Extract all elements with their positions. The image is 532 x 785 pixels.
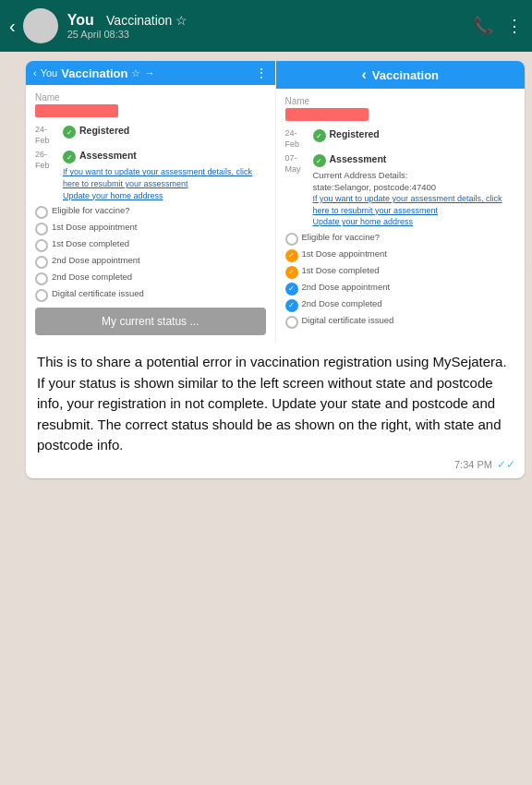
left-assess-date: 26-Feb — [35, 150, 59, 201]
left-2dose-done-label: 2nd Dose completed — [52, 272, 132, 283]
left-assess-icon: ✓ — [63, 151, 76, 163]
left-assess-label: Assessment — [79, 150, 137, 163]
left-2dose-done: 2nd Dose completed — [35, 272, 266, 285]
left-name-redacted — [35, 104, 118, 117]
right-1dose-appt-label: 1st Dose appointment — [302, 248, 387, 260]
left-1dose-appt-icon — [35, 223, 48, 236]
left-assess-link[interactable]: If you want to update your assessment de… — [63, 166, 266, 201]
left-2dose-appt-label: 2nd Dose appointment — [52, 255, 140, 266]
back-icon[interactable]: ‹ — [9, 16, 16, 37]
right-1dose-done-label: 1st Dose completed — [302, 265, 380, 276]
left-2dose-appt: 2nd Dose appointment — [35, 255, 266, 269]
left-eligible-icon — [35, 206, 48, 219]
left-1dose-appt: 1st Dose appointment — [35, 222, 266, 236]
menu-icon[interactable]: ⋮ — [506, 16, 523, 36]
right-panel-header: ‹ Vaccination — [276, 61, 526, 89]
right-reg-label: Registered — [330, 128, 380, 141]
dots-icon[interactable]: ⋮ — [255, 66, 268, 80]
right-assess-label: Assessment — [330, 153, 387, 166]
vaccination-panels: ‹ You Vaccination ☆ → ⋮ Name — [26, 61, 525, 343]
message-text-area: This is to share a potential error in va… — [26, 343, 525, 478]
right-1dose-done: ✓ 1st Dose completed — [285, 265, 516, 279]
chat-info: You Vaccination ☆ 25 April 08:33 — [67, 12, 473, 40]
right-title: Vaccination — [372, 68, 439, 82]
left-cert-icon — [35, 289, 48, 302]
right-assess-icon: ✓ — [313, 154, 326, 167]
left-panel-header: ‹ You Vaccination ☆ → ⋮ — [26, 61, 275, 85]
right-panel: ‹ Vaccination Name 24-Feb ✓ Registered — [276, 61, 526, 343]
left-2dose-done-icon — [35, 272, 48, 285]
message-timestamp: 7:34 PM ✓✓ — [454, 456, 515, 473]
right-1dose-done-icon: ✓ — [285, 266, 298, 279]
avatar — [23, 8, 58, 43]
right-registered-row: 24-Feb ✓ Registered — [285, 128, 516, 150]
left-1dose-done-label: 1st Dose completed — [52, 238, 129, 249]
left-2dose-appt-icon — [35, 256, 48, 269]
message-text: This is to share a potential error in va… — [37, 354, 507, 453]
right-assessment-row: 07-May ✓ Assessment Current Address Deta… — [285, 153, 516, 227]
right-name-label: Name — [285, 96, 516, 106]
right-cert: Digital certificate issued — [285, 315, 516, 329]
right-1dose-appt: ✓ 1st Dose appointment — [285, 248, 516, 262]
right-assess-link[interactable]: If you want to update your assessment de… — [313, 193, 516, 228]
right-assess-date: 07-May — [285, 153, 309, 227]
left-cert: Digital certificate issued — [35, 288, 266, 302]
right-2dose-done-icon: ✓ — [285, 299, 298, 312]
right-reg-icon: ✓ — [313, 129, 326, 142]
right-eligible-label: Eligible for vaccine? — [302, 232, 381, 243]
left-back-icon[interactable]: ‹ — [33, 67, 37, 78]
right-reg-date: 24-Feb — [285, 128, 309, 150]
current-status-button[interactable]: My current status ... — [35, 308, 266, 335]
call-icon[interactable]: 📞 — [473, 16, 493, 36]
right-name-redacted — [285, 108, 369, 121]
arrow-icon: → — [144, 67, 154, 78]
right-address-sub: Current Address Details:state:Selangor, … — [313, 170, 516, 193]
chat-timestamp: 25 April 08:33 — [67, 29, 473, 40]
left-assessment-row: 26-Feb ✓ Assessment If you want to updat… — [35, 150, 266, 201]
left-eligible: Eligible for vaccine? — [35, 205, 266, 219]
chat-header: ‹ You Vaccination ☆ 25 April 08:33 📞 ⋮ — [0, 0, 532, 52]
left-title: Vaccination — [61, 66, 127, 80]
left-cert-label: Digital certificate issued — [52, 288, 144, 299]
right-cert-label: Digital certificate issued — [302, 315, 394, 326]
right-2dose-done: ✓ 2nd Dose completed — [285, 298, 516, 312]
message-bubble: ‹ You Vaccination ☆ → ⋮ Name — [26, 61, 525, 478]
chat-name: You Vaccination ☆ — [67, 12, 473, 29]
right-2dose-appt-icon: ✓ — [285, 283, 298, 296]
right-eligible-icon — [285, 233, 298, 246]
left-eligible-label: Eligible for vaccine? — [52, 205, 130, 216]
header-icons[interactable]: 📞 ⋮ — [473, 16, 523, 36]
left-name-label: Name — [35, 92, 266, 103]
left-reg-icon: ✓ — [63, 126, 76, 139]
right-1dose-appt-icon: ✓ — [285, 249, 298, 262]
star-icon: ☆ — [131, 67, 140, 79]
right-2dose-appt: ✓ 2nd Dose appointment — [285, 282, 516, 296]
right-cert-icon — [285, 316, 298, 329]
left-you-label: You — [41, 67, 58, 78]
right-2dose-appt-label: 2nd Dose appointment — [302, 282, 391, 293]
chat-area: ‹ You Vaccination ☆ → ⋮ Name — [0, 52, 532, 785]
left-reg-date: 24-Feb — [35, 125, 59, 146]
right-eligible: Eligible for vaccine? — [285, 232, 516, 246]
left-1dose-done-icon — [35, 239, 48, 252]
left-1dose-done: 1st Dose completed — [35, 238, 266, 252]
right-2dose-done-label: 2nd Dose completed — [302, 298, 382, 309]
left-1dose-appt-label: 1st Dose appointment — [52, 222, 137, 233]
right-back-icon[interactable]: ‹ — [361, 66, 366, 83]
left-reg-label: Registered — [79, 125, 129, 138]
left-panel: ‹ You Vaccination ☆ → ⋮ Name — [26, 61, 276, 343]
read-receipt-icon: ✓✓ — [497, 458, 515, 471]
left-registered-row: 24-Feb ✓ Registered — [35, 125, 266, 146]
